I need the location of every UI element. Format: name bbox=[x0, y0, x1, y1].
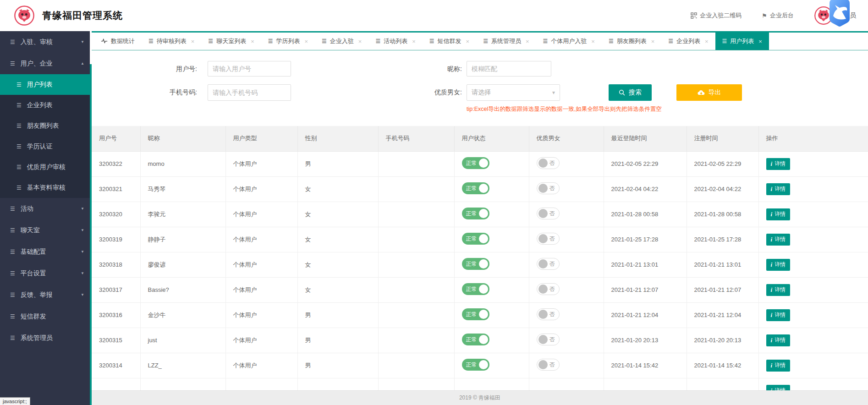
premium-toggle[interactable]: 否 bbox=[537, 208, 560, 219]
cell-actions: i详情 bbox=[758, 151, 868, 176]
premium-toggle[interactable]: 否 bbox=[537, 283, 560, 295]
admin-account[interactable]: 管理员 bbox=[814, 6, 863, 25]
user-status-toggle[interactable]: 正常 bbox=[462, 308, 489, 320]
user-status-toggle[interactable]: 正常 bbox=[462, 258, 489, 270]
user-id-input[interactable] bbox=[208, 61, 291, 77]
close-icon[interactable]: × bbox=[304, 38, 308, 45]
cell-user-status: 正常 bbox=[454, 302, 529, 328]
user-status-toggle[interactable]: 正常 bbox=[462, 182, 489, 194]
tab[interactable]: ☰ 短信群发 × bbox=[423, 33, 476, 50]
premium-toggle[interactable]: 否 bbox=[537, 157, 560, 169]
close-icon[interactable]: × bbox=[526, 38, 529, 45]
sidebar-scrollbar[interactable] bbox=[90, 64, 92, 405]
filter-panel: 用户号: 昵称: 手机号码: 优质男女: 请选择 ▾ 搜索 导出 tip:Exc… bbox=[92, 50, 868, 126]
cell-user-type: 个体用户 bbox=[225, 176, 297, 202]
user-status-toggle[interactable]: 正常 bbox=[462, 233, 489, 245]
detail-button[interactable]: i详情 bbox=[766, 183, 791, 195]
premium-toggle[interactable]: 否 bbox=[537, 258, 560, 270]
tab[interactable]: ☰ 聊天室列表 × bbox=[201, 33, 261, 50]
cell-phone bbox=[378, 176, 454, 202]
sidebar-item-label: 用户列表 bbox=[27, 81, 53, 89]
tab-label: 个体用户入驻 bbox=[551, 37, 587, 45]
premium-toggle[interactable]: 否 bbox=[537, 233, 560, 245]
sidebar-item[interactable]: ☰ 基本资料审核 bbox=[0, 177, 90, 198]
sidebar-item[interactable]: ☰ 短信群发 bbox=[0, 306, 90, 327]
detail-button[interactable]: i详情 bbox=[766, 208, 791, 220]
cell-registered: 2021-01-21 13:01 bbox=[687, 252, 758, 277]
detail-button[interactable]: i详情 bbox=[766, 309, 791, 321]
sidebar-item[interactable]: ☰ 学历认证 bbox=[0, 136, 90, 157]
tab[interactable]: ☰ 系统管理员 × bbox=[476, 33, 536, 50]
detail-button[interactable]: i详情 bbox=[766, 259, 791, 271]
close-icon[interactable]: × bbox=[466, 38, 470, 45]
tab[interactable]: ☰ 用户列表 × bbox=[715, 33, 769, 50]
cell-actions: i详情 bbox=[758, 227, 868, 252]
detail-button[interactable]: i详情 bbox=[766, 334, 791, 346]
user-status-toggle[interactable]: 正常 bbox=[462, 157, 489, 169]
cell-premium bbox=[529, 378, 604, 390]
toggle-knob bbox=[479, 184, 488, 193]
cell-premium: 否 bbox=[529, 302, 604, 328]
phone-input[interactable] bbox=[208, 84, 291, 101]
tab[interactable]: ☰ 企业入驻 × bbox=[315, 33, 368, 50]
detail-button[interactable]: i详情 bbox=[766, 284, 791, 296]
cell-nickname: 金沙牛 bbox=[140, 302, 225, 328]
list-icon: ☰ bbox=[10, 313, 15, 320]
user-status-toggle[interactable]: 正常 bbox=[462, 208, 489, 219]
sidebar-item[interactable]: ☰ 活动 ▼ bbox=[0, 198, 90, 219]
sidebar-item-label: 系统管理员 bbox=[21, 334, 53, 342]
enterprise-backend-link[interactable]: ⚑ 企业后台 bbox=[762, 11, 794, 20]
sidebar-item[interactable]: ☰ 企业列表 bbox=[0, 95, 90, 115]
cell-last-login: 2021-01-21 12:04 bbox=[604, 302, 687, 328]
close-icon[interactable]: × bbox=[412, 38, 416, 45]
detail-button[interactable]: i详情 bbox=[766, 158, 791, 170]
close-icon[interactable]: × bbox=[651, 38, 655, 45]
tab[interactable]: ☰ 朋友圈列表 × bbox=[602, 33, 661, 50]
detail-button[interactable]: i详情 bbox=[766, 360, 791, 372]
user-status-toggle[interactable]: 正常 bbox=[462, 334, 489, 345]
search-button[interactable]: 搜索 bbox=[609, 84, 652, 101]
close-icon[interactable]: × bbox=[358, 38, 362, 45]
sidebar-item[interactable]: ☰ 用户列表 bbox=[0, 74, 90, 95]
user-status-toggle[interactable]: 正常 bbox=[462, 359, 489, 371]
sidebar-item[interactable]: ☰ 优质用户审核 bbox=[0, 157, 90, 177]
sidebar-item[interactable]: ☰ 平台设置 ▼ bbox=[0, 263, 90, 284]
cell-gender: 男 bbox=[297, 302, 378, 328]
tab[interactable]: ☰ 活动列表 × bbox=[368, 33, 422, 50]
enterprise-qr-link[interactable]: 企业入驻二维码 bbox=[691, 11, 742, 20]
tab[interactable]: ☰ 待审核列表 × bbox=[142, 33, 201, 50]
tab-label: 朋友圈列表 bbox=[617, 37, 647, 45]
sidebar-item[interactable]: ☰ 朋友圈列表 bbox=[0, 115, 90, 136]
cell-premium: 否 bbox=[529, 252, 604, 277]
user-status-toggle[interactable]: 正常 bbox=[462, 283, 489, 295]
detail-button[interactable]: i详情 bbox=[766, 234, 791, 246]
nickname-input[interactable] bbox=[467, 61, 551, 77]
sidebar-item[interactable]: ☰ 聊天室 ▼ bbox=[0, 219, 90, 241]
premium-toggle[interactable]: 否 bbox=[537, 334, 560, 345]
premium-select[interactable]: 请选择 ▾ bbox=[467, 84, 560, 101]
premium-toggle[interactable]: 否 bbox=[537, 182, 560, 194]
premium-toggle[interactable]: 否 bbox=[537, 308, 560, 320]
close-icon[interactable]: × bbox=[191, 38, 195, 45]
main-area: 数据统计 ☰ 待审核列表 × ☰ 聊天室列表 × ☰ 学历列表 × ☰ 企业入驻… bbox=[92, 31, 868, 405]
tab[interactable]: ☰ 个体用户入驻 × bbox=[536, 33, 602, 50]
sidebar-item[interactable]: ☰ 系统管理员 bbox=[0, 327, 90, 349]
tab[interactable]: ☰ 企业列表 × bbox=[661, 33, 715, 50]
sidebar-item[interactable]: ☰ 入驻、审核 ▼ bbox=[0, 31, 90, 53]
tab-label: 短信群发 bbox=[438, 37, 461, 45]
tab[interactable]: ☰ 学历列表 × bbox=[261, 33, 315, 50]
cell-registered bbox=[687, 378, 758, 390]
export-button[interactable]: 导出 bbox=[676, 84, 742, 101]
tab[interactable]: 数据统计 bbox=[94, 33, 142, 50]
detail-button[interactable]: i详情 bbox=[766, 385, 791, 391]
sidebar-item[interactable]: ☰ 用户、企业 ▲ bbox=[0, 53, 90, 74]
close-icon[interactable]: × bbox=[758, 38, 762, 45]
close-icon[interactable]: × bbox=[705, 38, 709, 45]
sidebar-item[interactable]: ☰ 反馈、举报 ▼ bbox=[0, 284, 90, 306]
close-icon[interactable]: × bbox=[251, 38, 254, 45]
premium-toggle[interactable]: 否 bbox=[537, 359, 560, 371]
close-icon[interactable]: × bbox=[591, 38, 595, 45]
sidebar-item[interactable]: ☰ 基础配置 ▼ bbox=[0, 241, 90, 263]
list-icon: ☰ bbox=[16, 102, 22, 109]
tab-label: 用户列表 bbox=[730, 37, 754, 45]
